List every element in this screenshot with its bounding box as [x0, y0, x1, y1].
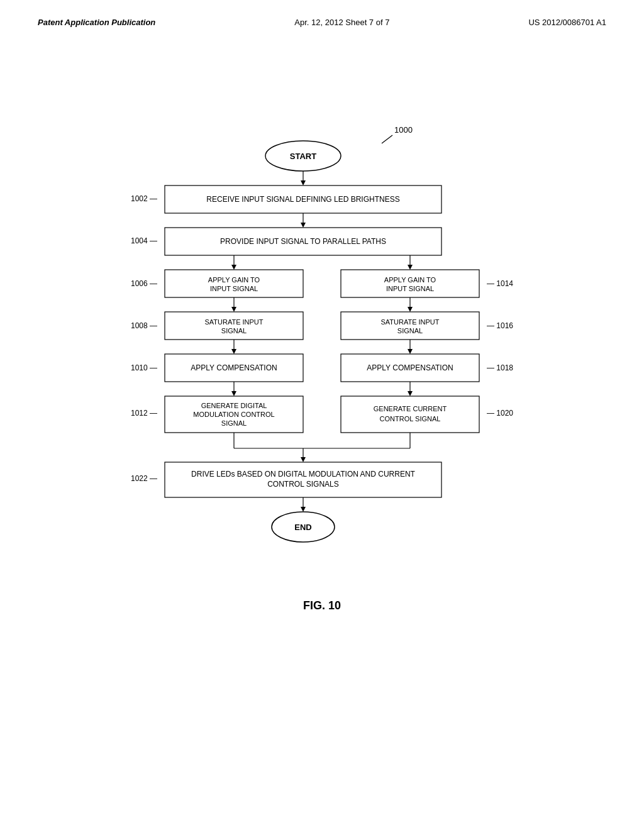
node-1022-label1: DRIVE LEDs BASED ON DIGITAL MODULATION A… — [191, 470, 415, 479]
fig-ref-label: 1000 — [394, 125, 413, 135]
ref-1016: — 1016 — [487, 321, 513, 330]
svg-line-0 — [382, 135, 392, 143]
header-publication: Patent Application Publication — [38, 18, 155, 27]
end-label: END — [294, 523, 311, 532]
svg-marker-9 — [231, 265, 236, 270]
ref-1020: — 1020 — [487, 409, 513, 418]
node-1008-label2: SIGNAL — [221, 327, 247, 335]
start-label: START — [290, 152, 316, 161]
page-header: Patent Application Publication Apr. 12, … — [0, 0, 644, 27]
node-1020-label1: GENERATE CURRENT — [374, 405, 447, 412]
node-1014-label2: INPUT SIGNAL — [386, 285, 434, 292]
ref-1004: 1004 — — [131, 236, 157, 245]
diagram-container: 1000 START RECEIVE INPUT SIGNAL DEFINING… — [0, 27, 644, 638]
figure-caption: FIG. 10 — [303, 599, 341, 612]
ref-1008: 1008 — — [131, 321, 157, 330]
node-1004-label: PROVIDE INPUT SIGNAL TO PARALLEL PATHS — [220, 237, 386, 246]
svg-rect-13 — [341, 270, 479, 297]
flowchart-svg: 1000 START RECEIVE INPUT SIGNAL DEFINING… — [102, 65, 542, 580]
node-1012-label2: MODULATION CONTROL — [193, 411, 274, 418]
ref-1022: 1022 — — [131, 474, 157, 483]
svg-marker-17 — [408, 307, 413, 312]
svg-marker-15 — [231, 307, 236, 312]
node-1006-label: APPLY GAIN TO — [208, 276, 260, 284]
header-date-sheet: Apr. 12, 2012 Sheet 7 of 7 — [294, 18, 389, 27]
svg-marker-37 — [301, 457, 306, 462]
svg-marker-11 — [408, 265, 413, 270]
ref-1014: — 1014 — [487, 279, 513, 288]
svg-rect-18 — [165, 312, 303, 340]
node-1016-label2: SIGNAL — [397, 327, 423, 335]
svg-marker-6 — [301, 223, 306, 228]
svg-marker-27 — [231, 391, 236, 396]
svg-marker-21 — [231, 349, 236, 354]
svg-marker-3 — [301, 180, 306, 185]
node-1016-label: SATURATE INPUT — [380, 318, 439, 326]
node-1012-label1: GENERATE DIGITAL — [201, 402, 267, 409]
svg-rect-12 — [165, 270, 303, 297]
svg-marker-23 — [408, 349, 413, 354]
node-1014-label: APPLY GAIN TO — [384, 276, 436, 284]
svg-rect-19 — [341, 312, 479, 340]
ref-1010: 1010 — — [131, 363, 157, 372]
ref-1018: — 1018 — [487, 363, 513, 372]
node-1010-label: APPLY COMPENSATION — [191, 363, 277, 372]
node-1008-label: SATURATE INPUT — [204, 318, 263, 326]
node-1012-label3: SIGNAL — [221, 419, 247, 427]
svg-marker-29 — [408, 391, 413, 396]
ref-1012: 1012 — — [131, 409, 157, 418]
node-1018-label: APPLY COMPENSATION — [367, 363, 453, 372]
header-patent-number: US 2012/0086701 A1 — [528, 18, 606, 27]
ref-1006: 1006 — — [131, 279, 157, 288]
node-1022-label2: CONTROL SIGNALS — [267, 480, 339, 489]
ref-1002: 1002 — — [131, 194, 157, 203]
node-1006-label2: INPUT SIGNAL — [210, 285, 258, 292]
svg-rect-31 — [341, 396, 479, 433]
node-1020-label2: CONTROL SIGNAL — [380, 415, 441, 423]
node-1002-label: RECEIVE INPUT SIGNAL DEFINING LED BRIGHT… — [206, 195, 399, 204]
svg-marker-40 — [301, 507, 306, 512]
